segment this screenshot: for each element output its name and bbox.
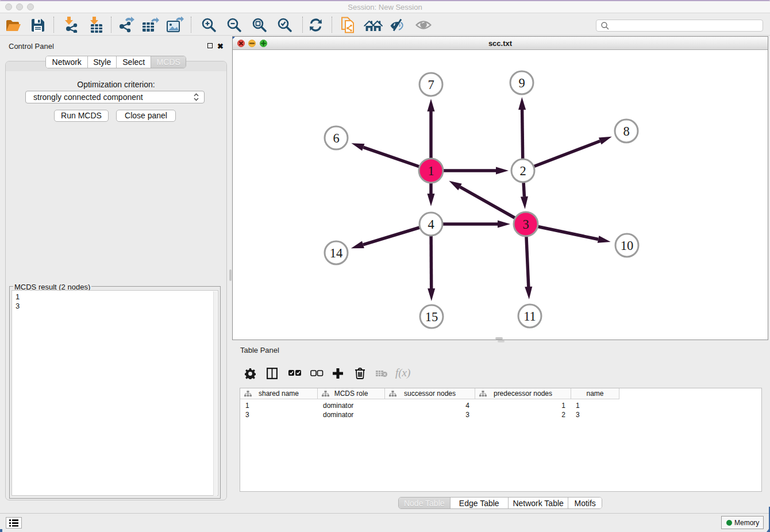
svg-text:10: 10 xyxy=(621,238,634,253)
svg-text:4: 4 xyxy=(428,217,434,232)
svg-text:8: 8 xyxy=(623,124,629,138)
svg-text:3: 3 xyxy=(522,217,529,232)
svg-text:2: 2 xyxy=(519,164,526,178)
svg-text:7: 7 xyxy=(428,78,434,92)
svg-text:6: 6 xyxy=(333,131,339,145)
svg-text:9: 9 xyxy=(518,76,525,90)
svg-text:15: 15 xyxy=(425,310,438,324)
svg-text:1: 1 xyxy=(428,164,434,178)
svg-text:11: 11 xyxy=(523,309,536,323)
svg-text:14: 14 xyxy=(330,246,343,260)
